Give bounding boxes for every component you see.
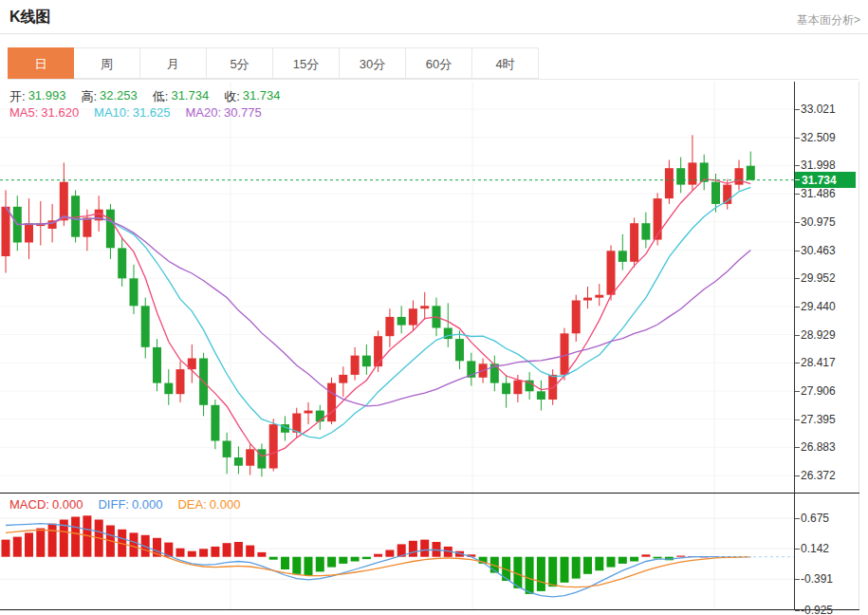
legend-item: DEA:0.000 — [177, 497, 240, 512]
current-price-tag: 31.734 — [795, 172, 856, 188]
ma-legend: MA5:31.620MA10:31.625MA20:30.775 — [9, 105, 262, 120]
y-axis-tick: 29.952 — [795, 271, 836, 285]
fundamental-analysis-link[interactable]: 基本面分析> — [797, 12, 860, 28]
legend-item: 高:32.253 — [81, 88, 137, 105]
tab-15分[interactable]: 15分 — [273, 47, 340, 79]
legend-item: MA10:31.625 — [94, 105, 170, 120]
chart-right-border — [859, 82, 859, 610]
legend-item: MA5:31.620 — [9, 105, 79, 120]
y-axis-tick: 33.021 — [795, 102, 836, 116]
y-axis-tick: 27.906 — [795, 384, 836, 398]
legend-item: 开:31.993 — [9, 88, 65, 105]
y-axis-tick: 30.975 — [795, 215, 836, 229]
tab-strip: 日周月5分15分30分60分4时 — [8, 47, 859, 80]
tab-30分[interactable]: 30分 — [340, 47, 406, 79]
main-chart-canvas[interactable] — [0, 82, 794, 493]
legend-item: MA20:30.775 — [185, 105, 261, 120]
legend-item: 低:31.734 — [153, 88, 209, 105]
y-axis-tick: -0.391 — [795, 572, 833, 586]
y-axis-tick: 28.929 — [795, 328, 836, 342]
y-axis-tick: 29.440 — [795, 300, 836, 313]
y-axis-tick: 28.417 — [795, 356, 836, 369]
tag-value: 31.734 — [802, 174, 837, 187]
tab-日[interactable]: 日 — [8, 47, 74, 79]
main-chart-bottom-border — [0, 493, 859, 494]
ohlc-legend: 开:31.993高:32.253低:31.734收:31.734 — [9, 88, 281, 105]
legend-item: 收:31.734 — [224, 88, 280, 105]
y-axis-tick: 0.675 — [795, 512, 829, 525]
y-axis-tick: 26.372 — [795, 469, 836, 482]
macd-legend: MACD:0.000DIFF:0.000DEA:0.000 — [9, 497, 240, 512]
tab-4时[interactable]: 4时 — [472, 47, 539, 79]
y-axis-tick: 30.463 — [795, 244, 836, 257]
y-axis-tick: 31.998 — [795, 158, 836, 172]
y-axis-tick: 27.395 — [795, 413, 836, 426]
tab-5分[interactable]: 5分 — [207, 47, 273, 79]
tab-周[interactable]: 周 — [74, 47, 140, 79]
page-title: K线图 — [9, 8, 51, 28]
tab-60分[interactable]: 60分 — [406, 47, 472, 79]
tag-tick-dash — [795, 179, 800, 180]
tab-月[interactable]: 月 — [140, 47, 207, 79]
header-divider — [0, 33, 868, 34]
y-axis-tick: 26.883 — [795, 440, 836, 454]
legend-item: DIFF:0.000 — [98, 497, 162, 512]
candlestick-svg[interactable] — [0, 82, 794, 493]
macd-bottom-border — [0, 609, 859, 610]
y-axis-tick: 32.509 — [795, 131, 836, 144]
kline-page: K线图 基本面分析> 日周月5分15分30分60分4时 开:31.993高:32… — [0, 0, 868, 615]
legend-item: MACD:0.000 — [9, 497, 83, 512]
y-axis-tick: -0.925 — [795, 604, 833, 615]
y-axis-tick: 0.142 — [795, 542, 829, 555]
y-axis-tick: 31.486 — [795, 187, 836, 200]
